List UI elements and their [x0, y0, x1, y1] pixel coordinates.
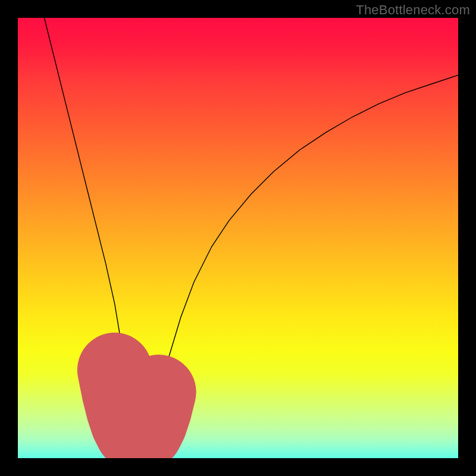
- chart-frame: TheBottleneck.com: [0, 0, 476, 476]
- watermark-text: TheBottleneck.com: [356, 2, 470, 18]
- curve-layer: [18, 18, 458, 458]
- plot-area: [18, 18, 458, 458]
- highlight-segment: [115, 370, 159, 436]
